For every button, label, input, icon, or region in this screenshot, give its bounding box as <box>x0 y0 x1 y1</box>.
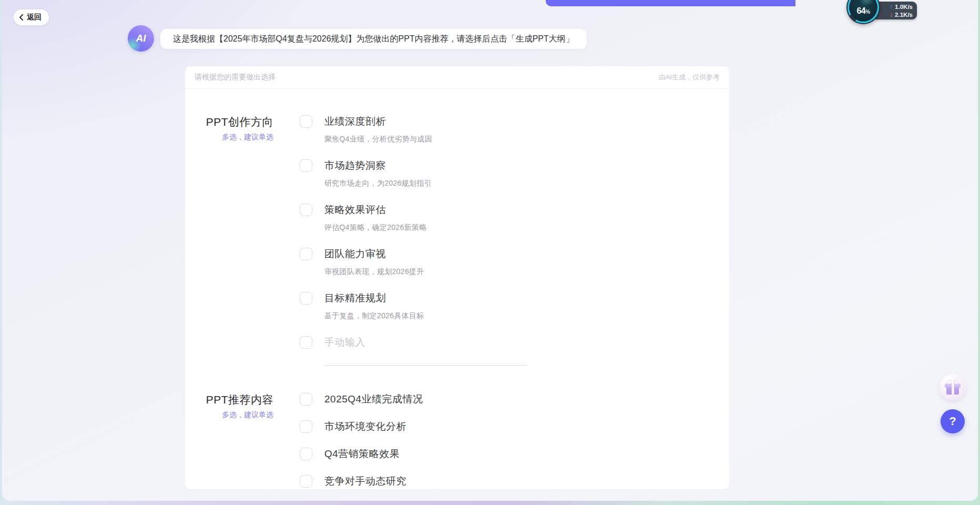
option-label: 市场趋势洞察 <box>324 159 432 173</box>
gift-button[interactable] <box>940 375 965 400</box>
download-speed-row: ↓ 2.1K/s <box>884 11 913 18</box>
option-row[interactable]: 目标精准规划 基于复盘，制定2026具体目标 <box>300 291 729 321</box>
option-label: 目标精准规划 <box>324 291 424 305</box>
card-header: 请根据您的需要做出选择 由AI生成，仅供参考 <box>185 66 729 89</box>
option-label: 竞争对手动态研究 <box>324 474 406 488</box>
usage-percent-unit: % <box>865 9 870 15</box>
section-title: PPT推荐内容 <box>185 392 273 407</box>
option-text: 策略效果评估 评估Q4策略，确定2026新策略 <box>324 203 427 233</box>
download-arrow-icon: ↓ <box>890 11 893 18</box>
upload-speed-value: 1.0K/s <box>895 3 913 11</box>
option-checkbox[interactable] <box>300 292 312 305</box>
download-speed-value: 2.1K/s <box>895 11 913 18</box>
option-text: 团队能力审视 审视团队表现，规划2026提升 <box>324 247 424 277</box>
option-label: 2025Q4业绩完成情况 <box>324 392 423 406</box>
option-checkbox[interactable] <box>300 248 312 260</box>
section-hint: 多选，建议单选 <box>185 410 273 420</box>
option-text: 市场环境变化分析 <box>324 420 406 433</box>
card-header-instruction: 请根据您的需要做出选择 <box>195 73 275 82</box>
section-recommended-content: PPT推荐内容 多选，建议单选 2025Q4业绩完成情况 市场环境变化分析 <box>185 392 729 489</box>
option-checkbox[interactable] <box>300 159 312 172</box>
option-checkbox[interactable] <box>300 115 312 128</box>
selection-card: 请根据您的需要做出选择 由AI生成，仅供参考 PPT创作方向 多选，建议单选 业… <box>185 66 729 489</box>
section-label-column: PPT推荐内容 多选，建议单选 <box>185 392 273 420</box>
upload-arrow-icon: ↑ <box>890 3 893 11</box>
option-checkbox[interactable] <box>300 475 312 488</box>
ai-avatar: AI <box>128 25 154 52</box>
option-row[interactable]: 市场环境变化分析 <box>300 420 729 433</box>
option-label: 策略效果评估 <box>324 203 427 217</box>
manual-input-wrap <box>324 336 527 366</box>
ai-generated-disclaimer: 由AI生成，仅供参考 <box>659 73 720 82</box>
assistant-message-bubble: 这是我根据【2025年市场部Q4复盘与2026规划】为您做出的PPT内容推荐，请… <box>160 29 587 49</box>
option-description: 审视团队表现，规划2026提升 <box>324 267 424 277</box>
option-text: 业绩深度剖析 聚焦Q4业绩，分析优劣势与成因 <box>324 115 432 144</box>
option-label: Q4营销策略效果 <box>324 447 400 461</box>
manual-input-underline <box>324 365 527 366</box>
option-text: 市场趋势洞察 研究市场走向，为2026规划指引 <box>324 159 432 188</box>
option-description: 聚焦Q4业绩，分析优劣势与成因 <box>324 134 432 144</box>
option-label: 市场环境变化分析 <box>324 420 406 433</box>
option-label: 业绩深度剖析 <box>324 115 432 128</box>
back-button[interactable]: 返回 <box>14 9 49 25</box>
options-column: 2025Q4业绩完成情况 市场环境变化分析 Q4营销策略效果 <box>300 392 729 489</box>
question-mark-icon: ? <box>949 415 956 428</box>
option-row[interactable]: 团队能力审视 审视团队表现，规划2026提升 <box>300 247 729 277</box>
option-row[interactable]: 2025Q4业绩完成情况 <box>300 392 729 406</box>
option-text: 2025Q4业绩完成情况 <box>324 392 423 406</box>
manual-input-field[interactable] <box>324 336 527 349</box>
cpu-usage-gauge: 64% <box>846 0 880 24</box>
section-title: PPT创作方向 <box>185 115 273 129</box>
top-window-edge <box>546 0 795 6</box>
upload-speed-row: ↑ 1.0K/s <box>884 3 913 11</box>
option-row[interactable]: 策略效果评估 评估Q4策略，确定2026新策略 <box>300 203 729 233</box>
option-checkbox[interactable] <box>300 393 312 406</box>
manual-input-row[interactable] <box>300 336 729 366</box>
option-row[interactable]: 业绩深度剖析 聚焦Q4业绩，分析优劣势与成因 <box>300 115 729 144</box>
manual-input-checkbox[interactable] <box>300 336 312 349</box>
option-label: 团队能力审视 <box>324 247 424 261</box>
section-hint: 多选，建议单选 <box>185 133 273 142</box>
option-checkbox[interactable] <box>300 204 312 216</box>
options-column: 业绩深度剖析 聚焦Q4业绩，分析优劣势与成因 市场趋势洞察 研究市场走向，为20… <box>300 115 729 366</box>
section-creation-direction: PPT创作方向 多选，建议单选 业绩深度剖析 聚焦Q4业绩，分析优劣势与成因 市… <box>185 115 729 366</box>
option-checkbox[interactable] <box>300 448 312 460</box>
back-chevron-icon <box>19 14 24 21</box>
option-description: 研究市场走向，为2026规划指引 <box>324 178 432 188</box>
option-checkbox[interactable] <box>300 420 312 433</box>
section-label-column: PPT创作方向 多选，建议单选 <box>185 115 273 142</box>
network-monitor-widget[interactable]: ↑ 1.0K/s ↓ 2.1K/s 64% <box>846 0 920 22</box>
back-label: 返回 <box>27 13 42 22</box>
help-button[interactable]: ? <box>941 409 965 433</box>
option-description: 基于复盘，制定2026具体目标 <box>324 311 424 321</box>
usage-percent-value: 64 <box>856 6 865 15</box>
option-row[interactable]: Q4营销策略效果 <box>300 447 729 461</box>
option-description: 评估Q4策略，确定2026新策略 <box>324 223 427 233</box>
card-body: PPT创作方向 多选，建议单选 业绩深度剖析 聚焦Q4业绩，分析优劣势与成因 市… <box>185 115 729 489</box>
ai-avatar-text: AI <box>136 33 146 44</box>
option-row[interactable]: 竞争对手动态研究 <box>300 474 729 488</box>
option-text: 目标精准规划 基于复盘，制定2026具体目标 <box>324 291 424 321</box>
option-text: Q4营销策略效果 <box>324 447 400 461</box>
option-text: 竞争对手动态研究 <box>324 474 406 488</box>
option-row[interactable]: 市场趋势洞察 研究市场走向，为2026规划指引 <box>300 159 729 188</box>
assistant-message-text: 这是我根据【2025年市场部Q4复盘与2026规划】为您做出的PPT内容推荐，请… <box>173 34 574 43</box>
